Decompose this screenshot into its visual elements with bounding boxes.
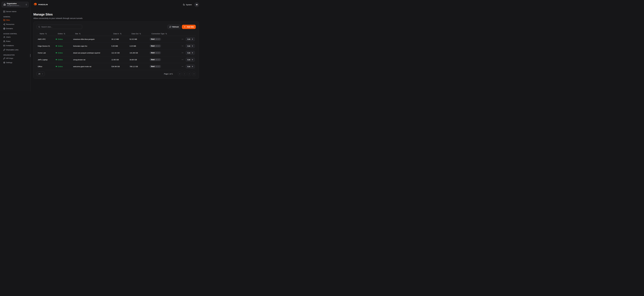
page-title: Manage Sites [33, 12, 199, 16]
theme-toggle-button[interactable]: System [183, 4, 192, 6]
table-row: Edge Device 01 Online fortunate-cape-fox… [36, 43, 196, 50]
data-out: 780.12 GB [130, 66, 150, 68]
page-subtitle: Allow connectivity to your network throu… [33, 17, 199, 19]
connection-type-badge: Newtv1.3.2 [150, 52, 161, 54]
column-header-data-out[interactable]: Data Out [130, 33, 141, 35]
arrow-right-icon [192, 66, 193, 67]
connection-type-badge: Newtv1.3.2 [150, 38, 161, 40]
search-box [36, 25, 82, 29]
edit-button[interactable]: Edit [186, 51, 195, 55]
brand-name: PANGOLIN [38, 4, 48, 6]
sort-icon [166, 33, 167, 34]
org-switcher-value: milo@fossorial.io's ... [7, 5, 24, 6]
row-menu-button[interactable] [181, 38, 184, 40]
chevron-down-icon [42, 73, 43, 75]
edit-button[interactable]: Edit [186, 64, 195, 68]
plus-icon [184, 26, 186, 28]
arrow-right-icon [192, 38, 193, 40]
status-badge: Online [56, 66, 63, 68]
sidebar-item-resources[interactable]: Resources [2, 22, 28, 26]
row-menu-button[interactable] [181, 52, 184, 54]
data-in: 12.65 GB [112, 59, 130, 61]
online-dot-icon [56, 46, 57, 46]
user-avatar[interactable]: M [194, 2, 199, 7]
key-icon [3, 57, 5, 60]
chevron-left-icon [184, 73, 185, 75]
data-in: 534.98 GB [112, 66, 130, 68]
sidebar-item-settings[interactable]: Settings [2, 60, 28, 65]
column-header-name[interactable]: Name [38, 33, 47, 35]
search-input[interactable] [41, 26, 80, 28]
org-switcher[interactable]: Organization milo@fossorial.io's ... [2, 2, 28, 7]
pangolin-logo-icon [33, 3, 37, 7]
column-header-data-in[interactable]: Data In [112, 33, 122, 35]
sidebar-item-shareable-links[interactable]: Shareable Links [2, 48, 28, 52]
edit-button[interactable]: Edit [186, 37, 195, 41]
data-in: 5.00 MB [112, 45, 130, 47]
sidebar-item-label: Shareable Links [6, 49, 18, 51]
column-header-site[interactable]: Site [73, 33, 81, 35]
pagination: Page 1 of 1 [164, 72, 196, 76]
prev-page-button[interactable] [183, 72, 186, 76]
server-icon [3, 10, 5, 12]
connection-type-badge: Newtv1.3.2 [150, 44, 161, 48]
page-size-value: 20 [38, 73, 40, 75]
sidebar-item-api-keys[interactable]: API Keys [2, 56, 28, 60]
site-name: Edge Device 01 [38, 45, 56, 47]
edit-button[interactable]: Edit [186, 58, 195, 62]
row-menu-button[interactable] [181, 45, 184, 47]
column-header-connection-type[interactable]: Connection Type [150, 33, 167, 35]
row-menu-button[interactable] [181, 65, 184, 68]
arrow-right-icon [192, 59, 193, 60]
search-icon [38, 26, 40, 28]
site-slug: fortunate-cape-fox [73, 45, 112, 47]
edit-button[interactable]: Edit [186, 44, 195, 48]
sidebar-item-label: Resources [6, 23, 14, 25]
sidebar-item-invitations[interactable]: Invitations [2, 44, 28, 48]
ellipsis-icon [182, 52, 184, 54]
sites-toolbar: Refresh Add Site [36, 25, 196, 29]
add-site-label: Add Site [187, 26, 194, 28]
sidebar-section-organization: ORGANIZATION [2, 54, 28, 56]
globe-icon [3, 28, 5, 30]
chevrons-up-down-icon [25, 4, 27, 6]
last-page-button[interactable] [192, 72, 196, 76]
sidebar-nav: Server Admin GENERAL Sites Resources Dom… [2, 10, 28, 65]
sidebar-item-label: Invitations [6, 44, 14, 46]
sites-card: Refresh Add Site Name Online Site Data I… [33, 22, 199, 79]
add-site-button[interactable]: Add Site [182, 25, 196, 29]
sidebar-item-server-admin[interactable]: Server Admin [2, 10, 28, 14]
next-page-button[interactable] [188, 72, 191, 76]
site-slug: vivacious-little-blue-penguin [73, 38, 112, 40]
sidebar-resize-handle[interactable] [30, 54, 30, 57]
first-page-button[interactable] [178, 72, 182, 76]
theme-label: System [186, 4, 192, 6]
ellipsis-icon [182, 66, 184, 68]
sidebar-item-sites[interactable]: Sites [2, 18, 28, 22]
arrow-right-icon [192, 45, 193, 47]
building-icon [4, 4, 6, 6]
table-footer: 20 Page 1 of 1 [36, 72, 196, 76]
row-menu-button[interactable] [181, 58, 184, 61]
table-row: Office Online welcome-giant-mole-rat 534… [36, 63, 196, 70]
refresh-button[interactable]: Refresh [168, 25, 181, 29]
site-name: Office [38, 66, 56, 68]
sidebar-item-users[interactable]: Users [2, 35, 28, 39]
sort-icon [64, 33, 65, 34]
chevrons-right-icon [193, 73, 195, 75]
sidebar-item-label: Users [6, 36, 10, 38]
data-out: 34.80 GB [130, 59, 150, 61]
page-size-select[interactable]: 20 [36, 72, 45, 76]
app-root: Organization milo@fossorial.io's ... Ser… [0, 0, 202, 92]
site-name: Home Lab [38, 52, 56, 54]
gear-icon [3, 62, 5, 64]
connection-type-badge: Newtv1.3.2 [150, 58, 161, 61]
sidebar-item-roles[interactable]: Roles [2, 39, 28, 44]
sidebar-item-domains[interactable]: Domains [2, 26, 28, 31]
page-head: Manage Sites Allow connectivity to your … [30, 9, 202, 19]
chevrons-left-icon [179, 73, 180, 75]
table-row: AWS VPC Online vivacious-little-blue-pen… [36, 36, 196, 43]
column-header-online[interactable]: Online [56, 33, 65, 35]
sidebar-item-label: API Keys [6, 57, 13, 59]
main-area: PANGOLIN System M Manage Sites Allow con… [30, 0, 202, 92]
